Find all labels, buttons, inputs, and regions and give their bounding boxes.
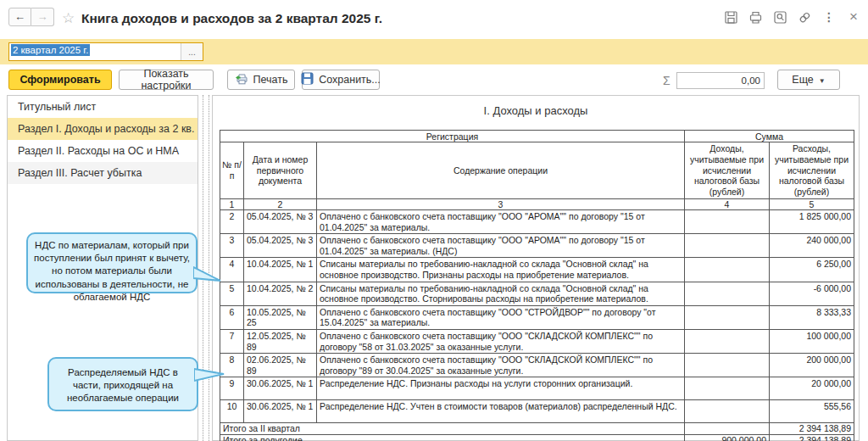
link-icon[interactable] [797,9,812,25]
table-head-rows: Регистрация Сумма № п/п Дата и номер пер… [220,131,854,210]
titlebar: ← → ☆ Книга доходов и расходов за 2 квар… [0,0,868,39]
total-halfyear-income[interactable]: 900 000,00 [685,435,770,441]
period-picker-button[interactable]: ... [181,43,203,60]
cell-income[interactable] [685,305,770,329]
cell-doc-date-number[interactable]: 02.06.2025, № 89 [244,354,317,377]
cell-income[interactable] [685,282,770,305]
callout-vat-distribution: Распределяемый НДС в части, приходящей н… [47,357,198,411]
cell-row-number[interactable]: 7 [220,329,244,353]
cell-doc-date-number[interactable]: 10.04.2025, № 2 [244,282,317,305]
cell-operation-content[interactable]: Распределение НДС. Учтен в стоимости тов… [317,400,685,423]
more-button[interactable]: Еще ▼ [777,70,840,90]
cell-operation-content[interactable]: Оплачено с банковского счета поставщику … [317,209,685,233]
cell-operation-content[interactable]: Оплачено с банковского счета поставщику … [317,305,685,329]
page-title: Книга доходов и расходов за 2 квартал 20… [81,11,382,26]
save-report-button[interactable]: Сохранить... [302,70,380,90]
total-halfyear-label[interactable]: Итого за полугодие [220,435,685,441]
more-menu-icon[interactable]: ⋮ [821,9,837,25]
cell-row-number[interactable]: 3 [220,234,244,258]
col-number[interactable]: 2 [244,198,317,209]
report-table: Регистрация Сумма № п/п Дата и номер пер… [220,130,854,441]
total-quarter-income[interactable] [685,423,770,435]
report-panel: I. Доходы и расходы Регистрация Сумма № … [212,95,860,441]
favorite-star-icon[interactable]: ☆ [62,9,75,27]
cell-operation-content[interactable]: Списаны материалы по требованию-накладно… [317,258,685,282]
table-row: 4 10.04.2025, № 1 Списаны материалы по т… [220,258,854,282]
nav-buttons: ← → [8,8,54,26]
cell-row-number[interactable]: 10 [220,400,244,423]
period-strip: 2 квартал 2025 г. ... [0,39,868,64]
total-halfyear-expense[interactable]: 2 394 138,89 [770,435,854,441]
cell-row-number[interactable]: 2 [220,209,244,233]
cell-income[interactable] [685,377,770,400]
cell-doc-date-number[interactable]: 30.06.2025, № 1 [244,377,317,400]
cell-operation-content[interactable]: Оплачено с банковского счета поставщику … [317,234,685,258]
col-header-num[interactable]: № п/п [220,142,244,199]
cell-income[interactable] [685,400,770,423]
sidebar-item-section3[interactable]: Раздел III. Расчет убытка [8,162,198,184]
cell-expense[interactable]: 100 000,00 [770,329,854,353]
table-body: 2 05.04.2025, № 3 Оплачено с банковского… [220,209,854,422]
save-icon[interactable] [723,9,738,25]
cell-doc-date-number[interactable]: 30.06.2025, № 1 [244,400,317,423]
group-header-sum[interactable]: Сумма [685,131,854,142]
window-icons: ⋮ × [723,9,861,25]
sum-total-field[interactable] [676,72,765,89]
sidebar-item-title-page[interactable]: Титульный лист [8,96,198,118]
print-icon[interactable] [748,9,763,25]
close-icon[interactable]: × [846,9,861,25]
period-selected-text: 2 квартал 2025 г. [11,44,90,56]
cell-expense[interactable]: 555,56 [770,400,854,423]
search-icon[interactable] [772,9,787,25]
cell-operation-content[interactable]: Распределение НДС. Признаны расходы на у… [317,377,685,400]
table-row: 10 30.06.2025, № 1 Распределение НДС. Уч… [220,400,854,423]
cell-income[interactable] [685,354,770,377]
cell-row-number[interactable]: 4 [220,258,244,282]
cell-expense[interactable]: -6 000,00 [770,282,854,305]
cell-doc-date-number[interactable]: 10.05.2025, № 25 [244,305,317,329]
cell-income[interactable] [685,329,770,353]
callout-text: Распределяемый НДС в части, приходящей н… [67,367,179,403]
period-field[interactable]: 2 квартал 2025 г. ... [8,42,203,61]
cell-expense[interactable]: 240 000,00 [770,234,854,258]
cell-expense[interactable]: 20 000,00 [770,377,854,400]
cell-operation-content[interactable]: Списаны материалы по требованию-накладно… [317,282,685,305]
generate-button[interactable]: Сформировать [8,70,112,90]
save-button-label: Сохранить... [319,74,381,86]
cell-expense[interactable]: 200 000,00 [770,354,854,377]
total-quarter-label[interactable]: Итого за II квартал [220,423,685,435]
cell-row-number[interactable]: 5 [220,282,244,305]
cell-expense[interactable]: 1 825 000,00 [770,209,854,233]
col-number[interactable]: 5 [770,198,854,209]
sidebar-item-section1[interactable]: Раздел I. Доходы и расходы за 2 кв. [8,118,198,140]
cell-expense[interactable]: 6 250,00 [770,258,854,282]
total-quarter-expense[interactable]: 2 394 138,89 [770,423,854,435]
cell-operation-content[interactable]: Оплачено с банковского счета поставщику … [317,329,685,353]
col-number[interactable]: 1 [220,198,244,209]
sigma-icon: Σ [663,74,670,87]
cell-doc-date-number[interactable]: 12.05.2025, № 89 [244,329,317,353]
sidebar-item-section2[interactable]: Раздел II. Расходы на ОС и НМА [8,140,198,162]
cell-expense[interactable]: 8 333,33 [770,305,854,329]
col-number[interactable]: 4 [685,198,770,209]
cell-income[interactable] [685,234,770,258]
cell-row-number[interactable]: 6 [220,305,244,329]
group-header-registration[interactable]: Регистрация [220,131,685,142]
col-header-expense[interactable]: Расходы, учитываемые при исчислении нало… [770,142,854,199]
callout-tail [194,366,225,383]
col-header-income[interactable]: Доходы, учитываемые при исчислении налог… [685,142,770,199]
cell-income[interactable] [685,209,770,233]
forward-button[interactable]: → [31,8,54,26]
cell-operation-content[interactable]: Оплачено с банковского счета поставщику … [317,354,685,377]
col-header-doc[interactable]: Дата и номер первичного документа [244,142,317,199]
show-settings-button[interactable]: Показать настройки [119,70,214,90]
cell-doc-date-number[interactable]: 05.04.2025, № 3 [244,209,317,233]
cell-doc-date-number[interactable]: 05.04.2025, № 3 [244,234,317,258]
back-button[interactable]: ← [8,8,31,26]
period-value[interactable]: 2 квартал 2025 г. [9,43,181,60]
cell-income[interactable] [685,258,770,282]
print-button[interactable]: Печать [227,70,295,90]
col-header-content[interactable]: Содержание операции [317,142,685,199]
col-number[interactable]: 3 [317,198,685,209]
cell-doc-date-number[interactable]: 10.04.2025, № 1 [244,258,317,282]
